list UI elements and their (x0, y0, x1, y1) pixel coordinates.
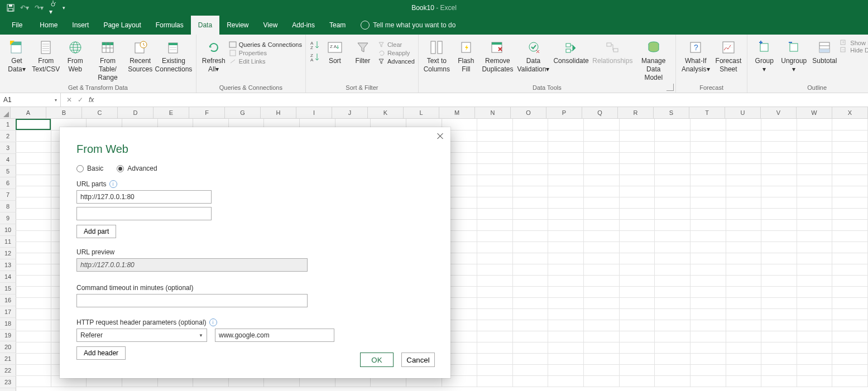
column-header[interactable]: X (832, 107, 868, 118)
cell[interactable] (584, 208, 620, 219)
cell[interactable] (620, 119, 655, 130)
cell[interactable] (761, 275, 797, 286)
column-header[interactable]: W (797, 107, 832, 118)
cell[interactable] (584, 275, 620, 286)
cell[interactable] (797, 286, 833, 297)
cell[interactable] (16, 264, 51, 275)
cell[interactable] (548, 331, 584, 342)
tab-team[interactable]: Team (322, 16, 353, 35)
cell[interactable] (797, 364, 833, 375)
edit-links-button[interactable]: Edit Links (229, 57, 302, 65)
from-csv-button[interactable]: FromText/CSV (31, 37, 61, 75)
header-value-input[interactable]: www.google.com (215, 329, 334, 342)
cell[interactable] (548, 353, 584, 364)
cell[interactable] (761, 141, 797, 152)
consolidate-button[interactable]: Consolidate (552, 37, 590, 66)
cell[interactable] (832, 375, 868, 387)
cell[interactable] (726, 175, 762, 186)
cell[interactable] (797, 264, 833, 275)
cell[interactable] (584, 253, 620, 264)
column-header[interactable]: E (154, 107, 189, 118)
cell[interactable] (832, 186, 868, 197)
cell[interactable] (726, 197, 762, 208)
cell[interactable] (620, 331, 655, 342)
row-header[interactable]: 7 (0, 189, 16, 201)
from-table-button[interactable]: From Table/Range (90, 37, 126, 83)
forecast-sheet-button[interactable]: ForecastSheet (713, 37, 744, 75)
cell[interactable] (513, 275, 549, 286)
clear-filter-button[interactable]: Clear (377, 41, 415, 49)
cell[interactable] (513, 342, 549, 353)
row-header[interactable]: 20 (0, 341, 16, 353)
cell[interactable] (726, 230, 762, 242)
cell[interactable] (726, 242, 762, 253)
cell[interactable] (477, 320, 513, 331)
from-web-button[interactable]: FromWeb (62, 37, 89, 75)
cell[interactable] (477, 308, 513, 320)
cell[interactable] (477, 119, 513, 130)
cell[interactable] (16, 297, 51, 308)
cell[interactable] (16, 253, 51, 264)
cell[interactable] (726, 186, 762, 197)
cell[interactable] (620, 364, 655, 375)
cell[interactable] (584, 197, 620, 208)
cell[interactable] (726, 297, 762, 308)
cell[interactable] (477, 342, 513, 353)
cell[interactable] (477, 152, 513, 163)
cell[interactable] (726, 353, 762, 364)
subtotal-button[interactable]: Subtotal (810, 37, 839, 66)
cell[interactable] (690, 152, 726, 163)
cell[interactable] (832, 297, 868, 308)
reapply-button[interactable]: Reapply (377, 49, 415, 57)
cell[interactable] (620, 219, 655, 230)
cell[interactable] (832, 286, 868, 297)
cell[interactable] (620, 353, 655, 364)
cell[interactable] (655, 119, 690, 130)
cell[interactable] (584, 375, 620, 387)
cell[interactable] (726, 119, 762, 130)
redo-icon[interactable]: ↷▾ (35, 4, 44, 12)
tab-file[interactable]: File (4, 16, 32, 35)
cell[interactable] (513, 208, 549, 219)
column-header[interactable]: V (761, 107, 797, 118)
cell[interactable] (655, 375, 690, 387)
cell[interactable] (16, 163, 51, 175)
row-header[interactable]: 2 (0, 131, 16, 142)
cell[interactable] (726, 286, 762, 297)
cell[interactable] (832, 242, 868, 253)
cancel-button[interactable]: Cancel (401, 353, 435, 367)
tab-addins[interactable]: Add-ins (285, 16, 322, 35)
cell[interactable] (761, 253, 797, 264)
cell[interactable] (513, 152, 549, 163)
row-header[interactable]: 18 (0, 318, 16, 330)
cell[interactable] (832, 264, 868, 275)
cell[interactable] (513, 297, 549, 308)
cell[interactable] (513, 130, 549, 141)
cell[interactable] (584, 130, 620, 141)
properties-button[interactable]: Properties (229, 49, 302, 57)
cell[interactable] (513, 230, 549, 242)
row-header[interactable]: 19 (0, 330, 16, 341)
cell[interactable] (690, 230, 726, 242)
cell[interactable] (584, 286, 620, 297)
column-header[interactable]: H (261, 107, 296, 118)
cell[interactable] (655, 197, 690, 208)
cell[interactable] (655, 308, 690, 320)
row-header[interactable]: 17 (0, 306, 16, 318)
cell[interactable] (655, 230, 690, 242)
cell[interactable] (726, 364, 762, 375)
cell[interactable] (797, 320, 833, 331)
cell[interactable] (726, 208, 762, 219)
what-if-button[interactable]: ?What-IfAnalysis▾ (679, 37, 712, 75)
add-part-button[interactable]: Add part (76, 225, 116, 238)
cell[interactable] (655, 152, 690, 163)
show-detail-button[interactable]: +Show Detail (840, 40, 868, 46)
cell[interactable] (16, 186, 51, 197)
cell[interactable] (832, 152, 868, 163)
cell[interactable] (548, 208, 584, 219)
cell[interactable] (620, 320, 655, 331)
cell[interactable] (690, 275, 726, 286)
cell[interactable] (761, 375, 797, 387)
tab-view[interactable]: View (256, 16, 285, 35)
cell[interactable] (726, 141, 762, 152)
